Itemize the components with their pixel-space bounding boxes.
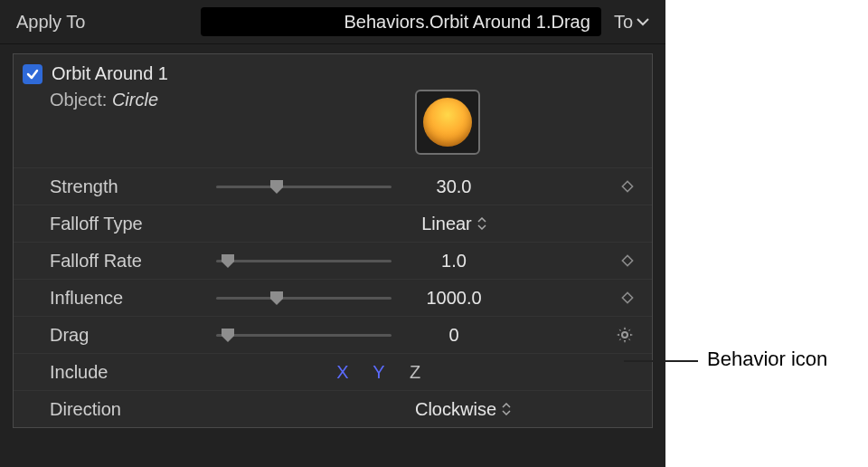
keyframe-diamond-icon[interactable] [621,180,634,193]
falloff-rate-slider[interactable] [216,250,392,272]
apply-to-menu[interactable]: To [614,12,649,33]
object-name: Circle [112,90,158,110]
direction-label: Direction [50,399,216,420]
param-drag: Drag 0 [14,316,652,353]
falloff-rate-value[interactable]: 1.0 [395,251,513,272]
behavior-header: Orbit Around 1 [14,54,652,86]
falloff-type-label: Falloff Type [50,214,216,234]
drag-value[interactable]: 0 [395,325,513,346]
strength-value[interactable]: 30.0 [395,176,513,197]
callout-line [624,360,698,362]
apply-to-value: Behaviors.Orbit Around 1.Drag [344,12,590,33]
slider-thumb-icon[interactable] [220,253,236,269]
object-thumbnail[interactable] [415,90,480,155]
gear-icon[interactable] [616,326,634,344]
apply-to-field[interactable]: Behaviors.Orbit Around 1.Drag [201,7,601,36]
falloff-rate-label: Falloff Rate [50,251,216,272]
behavior-title: Orbit Around 1 [52,63,168,84]
slider-thumb-icon[interactable] [269,290,285,306]
param-influence: Influence 1000.0 [14,279,652,316]
object-row: Object: Circle [14,86,652,167]
param-falloff-rate: Falloff Rate 1.0 [14,242,652,279]
param-direction: Direction Clockwise [14,390,652,427]
param-include: Include X Y Z [14,353,652,390]
include-z[interactable]: Z [397,362,433,383]
apply-to-menu-label: To [614,12,633,33]
include-x[interactable]: X [325,362,361,383]
include-y[interactable]: Y [361,362,397,383]
strength-label: Strength [50,176,216,197]
influence-value[interactable]: 1000.0 [395,288,513,309]
chevron-down-icon [637,17,649,26]
slider-thumb-icon[interactable] [220,327,236,343]
param-strength: Strength 30.0 [14,167,652,205]
svg-point-3 [622,332,627,338]
object-label: Object: Circle [50,90,158,110]
slider-thumb-icon[interactable] [269,178,285,195]
svg-rect-0 [622,181,632,191]
drag-label: Drag [50,325,216,346]
keyframe-diamond-icon[interactable] [621,254,634,267]
keyframe-diamond-icon[interactable] [621,291,634,304]
direction-value: Clockwise [415,399,496,420]
inspector-panel: Apply To Behaviors.Orbit Around 1.Drag T… [0,0,665,467]
drag-slider[interactable] [216,324,392,346]
behavior-box: Orbit Around 1 Object: Circle Strength 3… [13,53,653,428]
popup-arrows-icon [502,402,511,416]
callout-label: Behavior icon [707,348,827,371]
apply-to-label: Apply To [16,12,201,33]
strength-slider[interactable] [216,176,392,197]
apply-to-row: Apply To Behaviors.Orbit Around 1.Drag T… [0,0,665,44]
param-falloff-type: Falloff Type Linear [14,205,652,242]
influence-slider[interactable] [216,287,392,309]
popup-arrows-icon [477,216,486,231]
circle-icon [423,98,472,147]
falloff-type-value: Linear [421,214,472,234]
include-label: Include [50,362,216,383]
falloff-type-popup[interactable]: Linear [421,214,486,234]
svg-rect-1 [622,255,632,265]
influence-label: Influence [50,288,216,309]
behavior-enable-checkbox[interactable] [23,64,42,84]
svg-rect-2 [622,292,632,302]
direction-popup[interactable]: Clockwise [415,399,511,420]
